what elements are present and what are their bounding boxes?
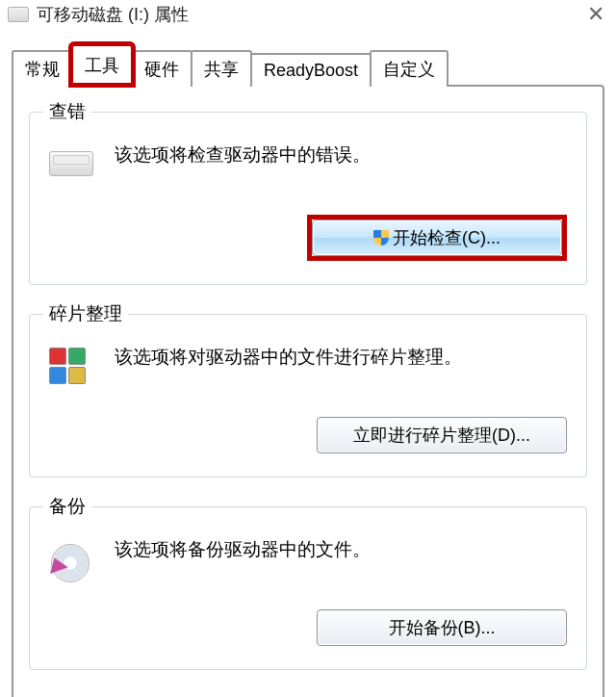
group-defrag: 碎片整理 该选项将对驱动器中的文件进行碎片整理。 立即进行碎片整理(D)... [29, 314, 587, 478]
check-desc: 该选项将检查驱动器中的错误。 [115, 142, 371, 169]
defrag-desc: 该选项将对驱动器中的文件进行碎片整理。 [115, 344, 462, 372]
check-button-highlight: 开始检查(C)... [307, 215, 567, 261]
defrag-now-button[interactable]: 立即进行碎片整理(D)... [317, 417, 567, 453]
tab-strip: 常规 工具 硬件 共享 ReadyBoost 自定义 [0, 33, 616, 85]
uac-shield-icon [373, 230, 389, 245]
start-check-button[interactable]: 开始检查(C)... [312, 219, 562, 256]
tab-sharing[interactable]: 共享 [191, 50, 252, 87]
drive-icon [8, 7, 29, 22]
backup-desc: 该选项将备份驱动器中的文件。 [115, 536, 371, 564]
tab-general[interactable]: 常规 [12, 50, 73, 87]
group-legend-backup: 备份 [43, 494, 91, 519]
start-check-label: 开始检查(C)... [393, 228, 500, 247]
tab-page-tools: 查错 该选项将检查驱动器中的错误。 开始检查(C)... 碎片整理 该选项将对驱… [12, 85, 604, 697]
tab-tools[interactable]: 工具 [71, 44, 133, 85]
group-legend-defrag: 碎片整理 [43, 301, 128, 326]
start-backup-button[interactable]: 开始备份(B)... [317, 609, 567, 646]
defrag-now-label: 立即进行碎片整理(D)... [353, 426, 530, 445]
title-bar: 可移动磁盘 (I:) 属性 ✕ [0, 0, 616, 33]
group-error-checking: 查错 该选项将检查驱动器中的错误。 开始检查(C)... [29, 112, 587, 285]
group-backup: 备份 该选项将备份驱动器中的文件。 开始备份(B)... [29, 506, 587, 670]
defrag-icon [45, 338, 99, 392]
close-icon[interactable]: ✕ [587, 2, 608, 27]
tab-hardware[interactable]: 硬件 [131, 50, 192, 87]
window-title: 可移动磁盘 (I:) 属性 [37, 3, 189, 26]
start-backup-label: 开始备份(B)... [389, 618, 496, 637]
tab-customize[interactable]: 自定义 [370, 50, 449, 87]
tab-readyboost[interactable]: ReadyBoost [250, 53, 372, 87]
backup-icon [45, 530, 99, 584]
group-legend-check: 查错 [43, 99, 91, 124]
drive-check-icon [45, 136, 99, 190]
